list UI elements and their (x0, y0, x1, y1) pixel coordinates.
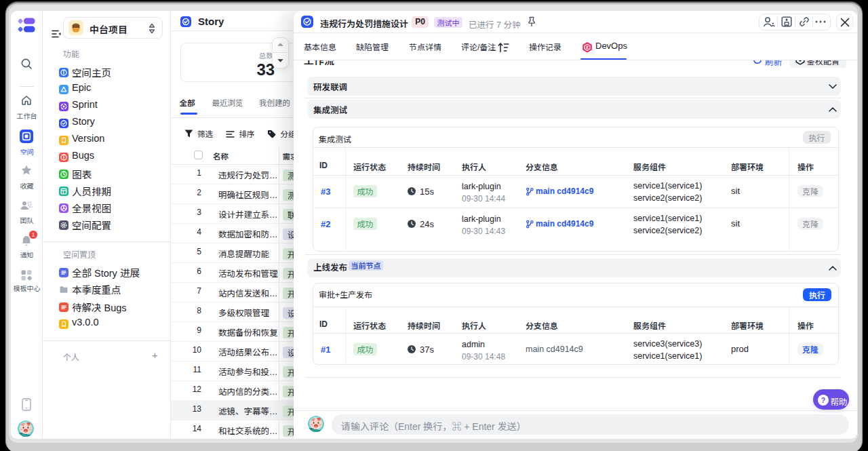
svg-text:?: ? (821, 395, 825, 404)
